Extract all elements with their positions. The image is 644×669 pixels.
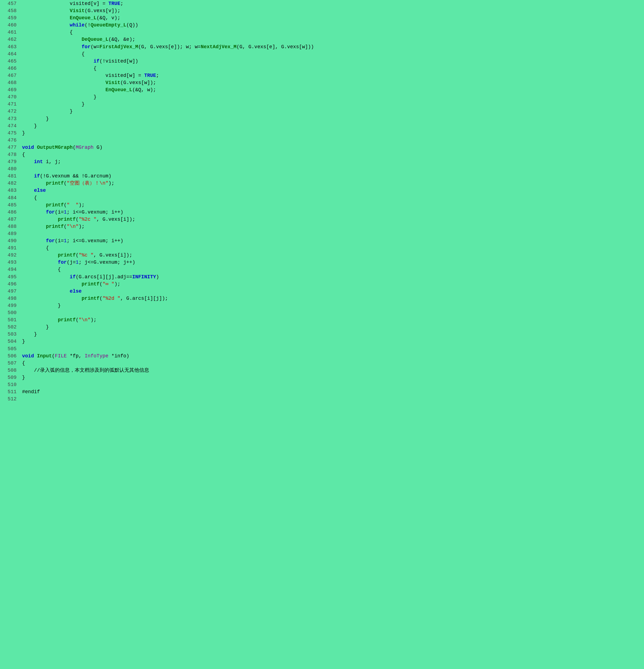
code-line — [22, 395, 641, 402]
code-line: void Input(FILE *fp, InfoType *info) — [22, 352, 641, 359]
code-line: //录入弧的信息，本文档涉及到的弧默认无其他信息 — [22, 367, 641, 374]
code-line: { — [22, 359, 641, 367]
code-line: visited[w] = TRUE; — [22, 72, 641, 79]
code-line: for(w=FirstAdjVex_M(G, G.vexs[e]); w; w=… — [22, 43, 641, 51]
line-number: 485 — [3, 201, 16, 209]
line-number: 480 — [3, 165, 16, 172]
line-number: 506 — [3, 352, 16, 359]
code-line: printf("%2d ", G.arcs[i][j]); — [22, 295, 641, 302]
code-line: } — [22, 302, 641, 309]
code-line: { — [22, 151, 641, 158]
code-line: } — [22, 115, 641, 122]
code-line: printf("\n"); — [22, 316, 641, 324]
code-line: printf("%2c ", G.vexs[i]); — [22, 216, 641, 223]
line-number: 472 — [3, 108, 16, 115]
line-number: 477 — [3, 144, 16, 151]
line-number: 487 — [3, 216, 16, 223]
code-line: printf("\n"); — [22, 223, 641, 230]
code-line: printf("∞ "); — [22, 281, 641, 288]
code-line: else — [22, 288, 641, 295]
line-number: 490 — [3, 237, 16, 244]
line-number: 484 — [3, 194, 16, 201]
line-number: 464 — [3, 51, 16, 58]
code-line: } — [22, 374, 641, 381]
line-number: 461 — [3, 29, 16, 36]
code-line: { — [22, 266, 641, 273]
line-number: 469 — [3, 86, 16, 94]
line-number: 473 — [3, 115, 16, 122]
line-number: 478 — [3, 151, 16, 158]
code-line: } — [22, 108, 641, 115]
code-line: } — [22, 122, 641, 129]
code-line: { — [22, 194, 641, 201]
line-number: 465 — [3, 58, 16, 65]
code-line: printf("空图（表）！\n"); — [22, 180, 641, 187]
line-number: 508 — [3, 367, 16, 374]
code-line: for(i=1; i<=G.vexnum; i++) — [22, 237, 641, 244]
line-number: 489 — [3, 230, 16, 237]
code-line: for(j=1; j<=G.vexnum; j++) — [22, 259, 641, 266]
code-line: { — [22, 51, 641, 58]
line-number: 488 — [3, 223, 16, 230]
line-number: 476 — [3, 137, 16, 144]
code-line: visited[v] = TRUE; — [22, 0, 641, 7]
line-number: 498 — [3, 295, 16, 302]
line-number: 462 — [3, 36, 16, 43]
code-line: EnQueue_L(&Q, w); — [22, 86, 641, 94]
code-line: { — [22, 29, 641, 36]
line-number: 470 — [3, 94, 16, 101]
line-number: 510 — [3, 381, 16, 388]
code-line: void OutputMGraph(MGraph G) — [22, 144, 641, 151]
line-number: 503 — [3, 331, 16, 338]
line-number: 457 — [3, 0, 16, 7]
line-number: 483 — [3, 187, 16, 194]
line-number: 474 — [3, 122, 16, 129]
code-line: else — [22, 187, 641, 194]
code-line: Visit(G.vexs[v]); — [22, 7, 641, 14]
code-line: for(i=1; i<=G.vexnum; i++) — [22, 209, 641, 216]
line-number: 505 — [3, 345, 16, 352]
line-number: 458 — [3, 7, 16, 14]
line-number: 475 — [3, 129, 16, 137]
line-number-column: 4574584594604614624634644654664674684694… — [0, 0, 19, 669]
line-number: 481 — [3, 172, 16, 180]
line-number: 504 — [3, 338, 16, 345]
code-line: EnQueue_L(&Q, v); — [22, 14, 641, 22]
code-line: } — [22, 338, 641, 345]
code-line — [22, 165, 641, 172]
code-line: if(!visited[w]) — [22, 58, 641, 65]
code-line: } — [22, 94, 641, 101]
line-number: 471 — [3, 101, 16, 108]
code-line: if(G.arcs[i][j].adj==INFINITY) — [22, 273, 641, 281]
line-number: 467 — [3, 72, 16, 79]
line-number: 468 — [3, 79, 16, 86]
line-number: 512 — [3, 395, 16, 402]
code-line: } — [22, 129, 641, 137]
line-number: 497 — [3, 288, 16, 295]
code-line: } — [22, 101, 641, 108]
code-line: { — [22, 244, 641, 252]
code-line: Visit(G.vexs[w]); — [22, 79, 641, 86]
line-number: 495 — [3, 273, 16, 281]
line-number: 499 — [3, 302, 16, 309]
line-number: 502 — [3, 324, 16, 331]
line-number: 492 — [3, 252, 16, 259]
code-line — [22, 309, 641, 316]
code-line: if(!G.vexnum && !G.arcnum) — [22, 172, 641, 180]
line-number: 496 — [3, 281, 16, 288]
code-line: { — [22, 65, 641, 72]
code-line: int i, j; — [22, 158, 641, 165]
line-number: 507 — [3, 359, 16, 367]
line-number: 511 — [3, 388, 16, 395]
code-line: DeQueue_L(&Q, &e); — [22, 36, 641, 43]
code-line — [22, 381, 641, 388]
code-line: } — [22, 331, 641, 338]
line-number: 459 — [3, 14, 16, 22]
line-number: 463 — [3, 43, 16, 51]
code-content: visited[v] = TRUE; Visit(G.vexs[v]); EnQ… — [19, 0, 644, 669]
line-number: 491 — [3, 244, 16, 252]
line-number: 509 — [3, 374, 16, 381]
line-number: 482 — [3, 180, 16, 187]
line-number: 494 — [3, 266, 16, 273]
code-line: #endif — [22, 388, 641, 395]
